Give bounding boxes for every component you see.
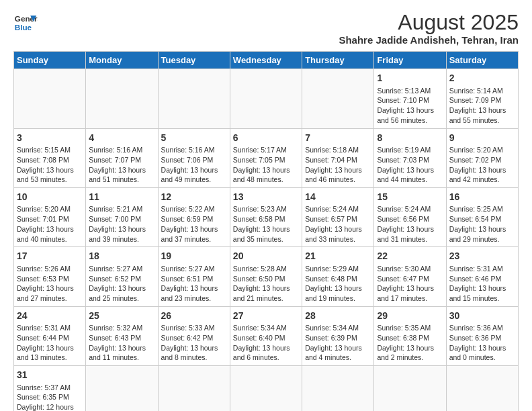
day-number: 20 bbox=[233, 250, 299, 263]
calendar-cell: 4Sunrise: 5:16 AM Sunset: 7:07 PM Daylig… bbox=[86, 128, 158, 187]
day-number: 14 bbox=[305, 191, 371, 204]
day-number: 27 bbox=[233, 310, 299, 323]
calendar-cell: 12Sunrise: 5:22 AM Sunset: 6:59 PM Dayli… bbox=[158, 187, 230, 246]
week-row-0: 1Sunrise: 5:13 AM Sunset: 7:10 PM Daylig… bbox=[14, 69, 519, 128]
subtitle: Shahre Jadide Andisheh, Tehran, Iran bbox=[339, 34, 519, 46]
header-wednesday: Wednesday bbox=[230, 52, 302, 69]
day-info: Sunrise: 5:31 AM Sunset: 6:44 PM Dayligh… bbox=[17, 324, 74, 361]
day-number: 19 bbox=[161, 250, 227, 263]
day-info: Sunrise: 5:16 AM Sunset: 7:07 PM Dayligh… bbox=[89, 146, 146, 183]
day-info: Sunrise: 5:27 AM Sunset: 6:51 PM Dayligh… bbox=[161, 265, 218, 302]
calendar-cell bbox=[302, 365, 374, 411]
calendar-cell: 19Sunrise: 5:27 AM Sunset: 6:51 PM Dayli… bbox=[158, 247, 230, 306]
day-info: Sunrise: 5:13 AM Sunset: 7:10 PM Dayligh… bbox=[377, 87, 434, 124]
header: General Blue August 2025 Shahre Jadide A… bbox=[13, 11, 519, 46]
day-number: 25 bbox=[89, 310, 154, 323]
header-monday: Monday bbox=[86, 52, 158, 69]
svg-text:Blue: Blue bbox=[15, 23, 32, 32]
day-info: Sunrise: 5:34 AM Sunset: 6:39 PM Dayligh… bbox=[305, 324, 362, 361]
calendar-cell: 3Sunrise: 5:15 AM Sunset: 7:08 PM Daylig… bbox=[14, 128, 86, 187]
day-number: 23 bbox=[449, 250, 515, 263]
calendar-cell bbox=[374, 365, 446, 411]
calendar-cell bbox=[86, 365, 158, 411]
calendar-cell: 13Sunrise: 5:23 AM Sunset: 6:58 PM Dayli… bbox=[230, 187, 302, 246]
day-info: Sunrise: 5:30 AM Sunset: 6:47 PM Dayligh… bbox=[377, 265, 434, 302]
day-info: Sunrise: 5:28 AM Sunset: 6:50 PM Dayligh… bbox=[233, 265, 290, 302]
day-number: 29 bbox=[377, 310, 443, 323]
day-number: 21 bbox=[305, 250, 371, 263]
week-row-5: 31Sunrise: 5:37 AM Sunset: 6:35 PM Dayli… bbox=[14, 365, 519, 411]
page: General Blue August 2025 Shahre Jadide A… bbox=[0, 0, 532, 411]
calendar-cell: 11Sunrise: 5:21 AM Sunset: 7:00 PM Dayli… bbox=[86, 187, 158, 246]
week-row-4: 24Sunrise: 5:31 AM Sunset: 6:44 PM Dayli… bbox=[14, 306, 519, 365]
calendar-cell: 18Sunrise: 5:27 AM Sunset: 6:52 PM Dayli… bbox=[86, 247, 158, 306]
day-info: Sunrise: 5:20 AM Sunset: 7:01 PM Dayligh… bbox=[17, 205, 74, 242]
day-info: Sunrise: 5:19 AM Sunset: 7:03 PM Dayligh… bbox=[377, 146, 434, 183]
calendar-cell bbox=[158, 69, 230, 128]
header-saturday: Saturday bbox=[446, 52, 518, 69]
day-info: Sunrise: 5:17 AM Sunset: 7:05 PM Dayligh… bbox=[233, 146, 290, 183]
day-number: 22 bbox=[377, 250, 443, 263]
day-number: 6 bbox=[233, 132, 299, 145]
day-info: Sunrise: 5:21 AM Sunset: 7:00 PM Dayligh… bbox=[89, 205, 146, 242]
day-number: 12 bbox=[161, 191, 227, 204]
calendar-table: SundayMondayTuesdayWednesdayThursdayFrid… bbox=[13, 51, 519, 411]
day-number: 2 bbox=[449, 72, 515, 85]
day-info: Sunrise: 5:27 AM Sunset: 6:52 PM Dayligh… bbox=[89, 265, 146, 302]
calendar-cell bbox=[446, 365, 518, 411]
day-info: Sunrise: 5:16 AM Sunset: 7:06 PM Dayligh… bbox=[161, 146, 218, 183]
day-info: Sunrise: 5:34 AM Sunset: 6:40 PM Dayligh… bbox=[233, 324, 290, 361]
day-number: 15 bbox=[377, 191, 443, 204]
day-info: Sunrise: 5:35 AM Sunset: 6:38 PM Dayligh… bbox=[377, 324, 434, 361]
day-info: Sunrise: 5:14 AM Sunset: 7:09 PM Dayligh… bbox=[449, 87, 506, 124]
day-number: 10 bbox=[17, 191, 83, 204]
main-title: August 2025 bbox=[339, 11, 519, 34]
calendar-cell: 22Sunrise: 5:30 AM Sunset: 6:47 PM Dayli… bbox=[374, 247, 446, 306]
day-info: Sunrise: 5:33 AM Sunset: 6:42 PM Dayligh… bbox=[161, 324, 218, 361]
calendar-cell: 9Sunrise: 5:20 AM Sunset: 7:02 PM Daylig… bbox=[446, 128, 518, 187]
week-row-3: 17Sunrise: 5:26 AM Sunset: 6:53 PM Dayli… bbox=[14, 247, 519, 306]
day-info: Sunrise: 5:26 AM Sunset: 6:53 PM Dayligh… bbox=[17, 265, 74, 302]
calendar-cell: 26Sunrise: 5:33 AM Sunset: 6:42 PM Dayli… bbox=[158, 306, 230, 365]
logo: General Blue bbox=[13, 11, 38, 35]
calendar-cell: 14Sunrise: 5:24 AM Sunset: 6:57 PM Dayli… bbox=[302, 187, 374, 246]
calendar-cell: 25Sunrise: 5:32 AM Sunset: 6:43 PM Dayli… bbox=[86, 306, 158, 365]
calendar-cell: 24Sunrise: 5:31 AM Sunset: 6:44 PM Dayli… bbox=[14, 306, 86, 365]
calendar-cell: 31Sunrise: 5:37 AM Sunset: 6:35 PM Dayli… bbox=[14, 365, 86, 411]
calendar-cell: 30Sunrise: 5:36 AM Sunset: 6:36 PM Dayli… bbox=[446, 306, 518, 365]
calendar-cell: 6Sunrise: 5:17 AM Sunset: 7:05 PM Daylig… bbox=[230, 128, 302, 187]
day-info: Sunrise: 5:36 AM Sunset: 6:36 PM Dayligh… bbox=[449, 324, 506, 361]
calendar-cell bbox=[14, 69, 86, 128]
day-number: 4 bbox=[89, 132, 154, 145]
day-number: 5 bbox=[161, 132, 227, 145]
calendar-cell: 1Sunrise: 5:13 AM Sunset: 7:10 PM Daylig… bbox=[374, 69, 446, 128]
day-info: Sunrise: 5:29 AM Sunset: 6:48 PM Dayligh… bbox=[305, 265, 362, 302]
calendar-cell: 7Sunrise: 5:18 AM Sunset: 7:04 PM Daylig… bbox=[302, 128, 374, 187]
logo-icon: General Blue bbox=[13, 11, 38, 35]
title-block: August 2025 Shahre Jadide Andisheh, Tehr… bbox=[339, 11, 519, 46]
day-info: Sunrise: 5:22 AM Sunset: 6:59 PM Dayligh… bbox=[161, 205, 218, 242]
calendar-cell: 27Sunrise: 5:34 AM Sunset: 6:40 PM Dayli… bbox=[230, 306, 302, 365]
day-number: 9 bbox=[449, 132, 515, 145]
day-info: Sunrise: 5:23 AM Sunset: 6:58 PM Dayligh… bbox=[233, 205, 290, 242]
day-number: 24 bbox=[17, 310, 83, 323]
day-number: 28 bbox=[305, 310, 371, 323]
day-info: Sunrise: 5:18 AM Sunset: 7:04 PM Dayligh… bbox=[305, 146, 362, 183]
calendar-cell: 2Sunrise: 5:14 AM Sunset: 7:09 PM Daylig… bbox=[446, 69, 518, 128]
calendar-cell: 15Sunrise: 5:24 AM Sunset: 6:56 PM Dayli… bbox=[374, 187, 446, 246]
calendar-cell: 16Sunrise: 5:25 AM Sunset: 6:54 PM Dayli… bbox=[446, 187, 518, 246]
week-row-2: 10Sunrise: 5:20 AM Sunset: 7:01 PM Dayli… bbox=[14, 187, 519, 246]
day-number: 1 bbox=[377, 72, 443, 85]
calendar-cell bbox=[230, 69, 302, 128]
day-number: 30 bbox=[449, 310, 515, 323]
calendar-cell: 29Sunrise: 5:35 AM Sunset: 6:38 PM Dayli… bbox=[374, 306, 446, 365]
calendar-cell: 21Sunrise: 5:29 AM Sunset: 6:48 PM Dayli… bbox=[302, 247, 374, 306]
day-number: 26 bbox=[161, 310, 227, 323]
calendar-cell: 8Sunrise: 5:19 AM Sunset: 7:03 PM Daylig… bbox=[374, 128, 446, 187]
day-info: Sunrise: 5:24 AM Sunset: 6:56 PM Dayligh… bbox=[377, 205, 434, 242]
calendar-cell bbox=[230, 365, 302, 411]
day-info: Sunrise: 5:15 AM Sunset: 7:08 PM Dayligh… bbox=[17, 146, 74, 183]
calendar-cell bbox=[158, 365, 230, 411]
header-friday: Friday bbox=[374, 52, 446, 69]
day-info: Sunrise: 5:31 AM Sunset: 6:46 PM Dayligh… bbox=[449, 265, 506, 302]
